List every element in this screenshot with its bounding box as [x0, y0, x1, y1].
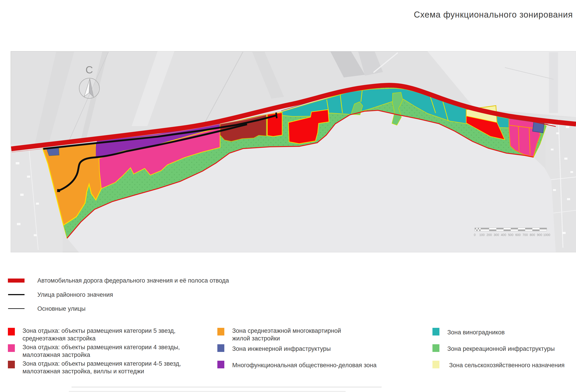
- svg-text:1000: 1000: [543, 233, 550, 237]
- legend-business-label: Многофункциональная общественно-деловая …: [232, 361, 377, 369]
- legend-rest4-swatch: [8, 344, 15, 352]
- legend-recreation-label: Зона рекреационной инфраструктуры: [447, 345, 555, 353]
- svg-text:0: 0: [474, 233, 476, 237]
- legend-vineyards-label: Зона виноградников: [447, 329, 505, 336]
- legend-rest5-label: Зона отдыха: объекты размещения категори…: [23, 327, 175, 342]
- legend-vineyards-swatch: [432, 328, 439, 335]
- legend-rest5-swatch: [8, 328, 15, 335]
- legend-federal-road-swatch: [8, 278, 25, 283]
- legend-recreation-swatch: [432, 344, 439, 352]
- legend-rest4-label: Зона отдыха: объекты размещения категори…: [23, 343, 180, 359]
- legend-federal-road-label: Автомобильная дорога федерального значен…: [37, 277, 229, 284]
- svg-text:400: 400: [501, 233, 506, 237]
- district-street-a-end-cap: [276, 113, 277, 118]
- svg-text:900: 900: [537, 233, 542, 237]
- legend-rest45-swatch: [8, 361, 15, 368]
- legend-main-streets-swatch: [8, 308, 25, 309]
- page-title: Схема функционального зонирования: [414, 10, 573, 20]
- legend-business-swatch: [217, 361, 224, 368]
- svg-text:700: 700: [522, 233, 528, 237]
- legend-district-street-swatch: [8, 294, 25, 295]
- compass-north-label: С: [86, 64, 93, 76]
- zoning-scheme-page: С 0 100 200 300: [0, 0, 576, 392]
- legend-engineering-label: Зона инженерной инфраструктуры: [232, 345, 331, 353]
- svg-text:800: 800: [530, 233, 535, 237]
- legend-rest45-label: Зона отдыха: объекты размещения категори…: [23, 360, 181, 375]
- legend-midrise-label: Зона среднеэтажной многоквартирнойжилой …: [232, 327, 341, 342]
- svg-text:100: 100: [479, 233, 485, 237]
- legend-main-streets-label: Основные улицы: [37, 305, 86, 312]
- svg-text:600: 600: [515, 233, 521, 237]
- legend-midrise-swatch: [217, 328, 224, 335]
- svg-text:300: 300: [494, 233, 499, 237]
- legend-agriculture-swatch: [432, 361, 439, 368]
- bottom-divider: [72, 387, 382, 387]
- bottom-divider-2: [69, 391, 346, 392]
- svg-text:200: 200: [487, 233, 492, 237]
- district-street-b-end-dot: [57, 189, 60, 192]
- svg-text:500: 500: [508, 233, 514, 237]
- legend-engineering-swatch: [217, 344, 224, 352]
- legend-district-street-label: Улица районного значения: [37, 291, 113, 298]
- legend-agriculture-label: Зона сельскохозяйственного назначения: [449, 361, 565, 369]
